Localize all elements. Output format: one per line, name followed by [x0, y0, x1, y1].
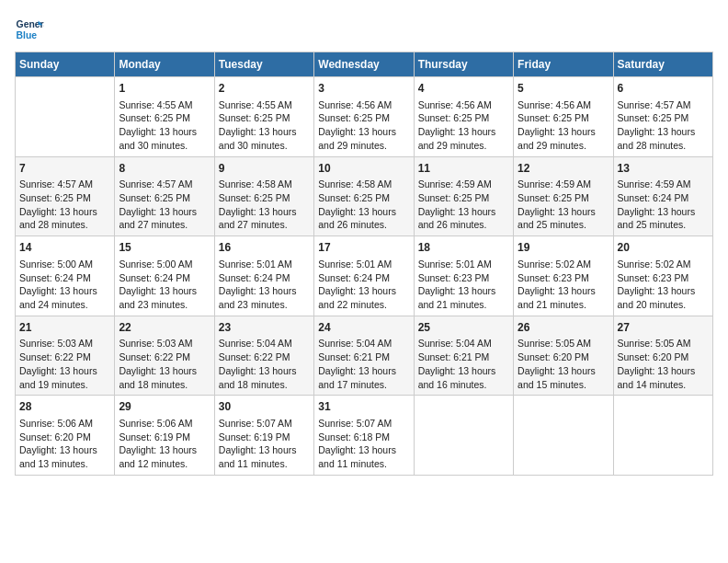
- day-info: Sunrise: 4:56 AM Sunset: 6:25 PM Dayligh…: [418, 98, 509, 153]
- day-number: 21: [19, 320, 110, 336]
- calendar-cell: 12Sunrise: 4:59 AM Sunset: 6:25 PM Dayli…: [514, 156, 613, 236]
- calendar-cell: 5Sunrise: 4:56 AM Sunset: 6:25 PM Daylig…: [514, 77, 613, 157]
- header-cell-monday: Monday: [115, 52, 214, 77]
- day-info: Sunrise: 5:00 AM Sunset: 6:24 PM Dayligh…: [119, 258, 210, 312]
- day-info: Sunrise: 5:07 AM Sunset: 6:18 PM Dayligh…: [318, 417, 409, 471]
- day-info: Sunrise: 5:04 AM Sunset: 6:21 PM Dayligh…: [418, 337, 509, 391]
- day-info: Sunrise: 4:55 AM Sunset: 6:25 PM Dayligh…: [119, 98, 210, 153]
- day-info: Sunrise: 5:04 AM Sunset: 6:22 PM Dayligh…: [219, 337, 310, 391]
- calendar-cell: 17Sunrise: 5:01 AM Sunset: 6:24 PM Dayli…: [314, 236, 414, 316]
- calendar-cell: [414, 396, 513, 476]
- week-row-2: 7Sunrise: 4:57 AM Sunset: 6:25 PM Daylig…: [16, 156, 713, 236]
- day-info: Sunrise: 5:01 AM Sunset: 6:24 PM Dayligh…: [219, 258, 310, 312]
- week-row-5: 28Sunrise: 5:06 AM Sunset: 6:20 PM Dayli…: [16, 396, 713, 476]
- calendar-cell: [613, 396, 712, 476]
- svg-text:Blue: Blue: [17, 30, 38, 40]
- day-info: Sunrise: 5:01 AM Sunset: 6:24 PM Dayligh…: [318, 258, 409, 312]
- calendar-cell: [16, 77, 115, 157]
- day-info: Sunrise: 5:01 AM Sunset: 6:23 PM Dayligh…: [418, 258, 509, 312]
- day-number: 26: [518, 320, 609, 336]
- calendar-cell: 3Sunrise: 4:56 AM Sunset: 6:25 PM Daylig…: [314, 77, 414, 157]
- calendar-table: SundayMondayTuesdayWednesdayThursdayFrid…: [15, 52, 713, 476]
- week-row-1: 1Sunrise: 4:55 AM Sunset: 6:25 PM Daylig…: [16, 77, 713, 157]
- calendar-cell: 10Sunrise: 4:58 AM Sunset: 6:25 PM Dayli…: [314, 156, 414, 236]
- day-number: 17: [318, 240, 409, 256]
- day-info: Sunrise: 5:00 AM Sunset: 6:24 PM Dayligh…: [19, 258, 110, 312]
- day-number: 14: [19, 240, 110, 256]
- week-row-4: 21Sunrise: 5:03 AM Sunset: 6:22 PM Dayli…: [16, 316, 713, 396]
- day-number: 2: [219, 81, 310, 97]
- header-cell-tuesday: Tuesday: [214, 52, 313, 77]
- header-cell-thursday: Thursday: [414, 52, 513, 77]
- day-number: 7: [19, 161, 110, 177]
- day-number: 30: [219, 399, 310, 415]
- day-number: 25: [418, 320, 509, 336]
- calendar-cell: 29Sunrise: 5:06 AM Sunset: 6:19 PM Dayli…: [115, 396, 214, 476]
- day-info: Sunrise: 5:06 AM Sunset: 6:19 PM Dayligh…: [119, 417, 210, 471]
- header-cell-friday: Friday: [514, 52, 613, 77]
- day-number: 27: [618, 320, 709, 336]
- day-number: 9: [219, 161, 310, 177]
- day-info: Sunrise: 5:05 AM Sunset: 6:20 PM Dayligh…: [518, 337, 609, 391]
- calendar-cell: 30Sunrise: 5:07 AM Sunset: 6:19 PM Dayli…: [214, 396, 313, 476]
- day-number: 1: [119, 81, 210, 97]
- day-number: 19: [518, 240, 609, 256]
- calendar-cell: 9Sunrise: 4:58 AM Sunset: 6:25 PM Daylig…: [214, 156, 313, 236]
- day-number: 23: [219, 320, 310, 336]
- day-number: 24: [318, 320, 409, 336]
- calendar-cell: 8Sunrise: 4:57 AM Sunset: 6:25 PM Daylig…: [115, 156, 214, 236]
- day-info: Sunrise: 4:58 AM Sunset: 6:25 PM Dayligh…: [219, 178, 310, 232]
- day-info: Sunrise: 5:03 AM Sunset: 6:22 PM Dayligh…: [19, 337, 110, 391]
- day-number: 4: [418, 81, 509, 97]
- day-info: Sunrise: 5:06 AM Sunset: 6:20 PM Dayligh…: [19, 417, 110, 471]
- day-number: 22: [119, 320, 210, 336]
- day-number: 12: [518, 161, 609, 177]
- day-info: Sunrise: 4:57 AM Sunset: 6:25 PM Dayligh…: [19, 178, 110, 232]
- calendar-cell: 28Sunrise: 5:06 AM Sunset: 6:20 PM Dayli…: [16, 396, 115, 476]
- calendar-cell: 22Sunrise: 5:03 AM Sunset: 6:22 PM Dayli…: [115, 316, 214, 396]
- day-number: 29: [119, 399, 210, 415]
- calendar-cell: 25Sunrise: 5:04 AM Sunset: 6:21 PM Dayli…: [414, 316, 513, 396]
- day-number: 5: [518, 81, 609, 97]
- calendar-cell: 26Sunrise: 5:05 AM Sunset: 6:20 PM Dayli…: [514, 316, 613, 396]
- calendar-cell: 23Sunrise: 5:04 AM Sunset: 6:22 PM Dayli…: [214, 316, 313, 396]
- day-info: Sunrise: 4:57 AM Sunset: 6:25 PM Dayligh…: [119, 178, 210, 232]
- calendar-cell: 14Sunrise: 5:00 AM Sunset: 6:24 PM Dayli…: [16, 236, 115, 316]
- day-number: 20: [618, 240, 709, 256]
- logo: General Blue: [15, 15, 44, 44]
- day-number: 16: [219, 240, 310, 256]
- day-number: 8: [119, 161, 210, 177]
- day-info: Sunrise: 4:56 AM Sunset: 6:25 PM Dayligh…: [318, 98, 409, 153]
- header-cell-sunday: Sunday: [16, 52, 115, 77]
- calendar-header-row: SundayMondayTuesdayWednesdayThursdayFrid…: [16, 52, 713, 77]
- calendar-cell: 21Sunrise: 5:03 AM Sunset: 6:22 PM Dayli…: [16, 316, 115, 396]
- header-cell-saturday: Saturday: [613, 52, 712, 77]
- day-number: 3: [318, 81, 409, 97]
- calendar-cell: 7Sunrise: 4:57 AM Sunset: 6:25 PM Daylig…: [16, 156, 115, 236]
- day-number: 6: [618, 81, 709, 97]
- calendar-cell: 13Sunrise: 4:59 AM Sunset: 6:24 PM Dayli…: [613, 156, 712, 236]
- day-info: Sunrise: 5:02 AM Sunset: 6:23 PM Dayligh…: [518, 258, 609, 312]
- calendar-cell: 16Sunrise: 5:01 AM Sunset: 6:24 PM Dayli…: [214, 236, 313, 316]
- calendar-cell: 20Sunrise: 5:02 AM Sunset: 6:23 PM Dayli…: [613, 236, 712, 316]
- calendar-cell: 27Sunrise: 5:05 AM Sunset: 6:20 PM Dayli…: [613, 316, 712, 396]
- week-row-3: 14Sunrise: 5:00 AM Sunset: 6:24 PM Dayli…: [16, 236, 713, 316]
- calendar-cell: 4Sunrise: 4:56 AM Sunset: 6:25 PM Daylig…: [414, 77, 513, 157]
- day-number: 11: [418, 161, 509, 177]
- calendar-cell: 19Sunrise: 5:02 AM Sunset: 6:23 PM Dayli…: [514, 236, 613, 316]
- day-info: Sunrise: 5:07 AM Sunset: 6:19 PM Dayligh…: [219, 417, 310, 471]
- day-info: Sunrise: 4:56 AM Sunset: 6:25 PM Dayligh…: [518, 98, 609, 153]
- calendar-cell: 31Sunrise: 5:07 AM Sunset: 6:18 PM Dayli…: [314, 396, 414, 476]
- day-number: 15: [119, 240, 210, 256]
- calendar-cell: 2Sunrise: 4:55 AM Sunset: 6:25 PM Daylig…: [214, 77, 313, 157]
- header: General Blue: [15, 15, 713, 44]
- day-info: Sunrise: 4:59 AM Sunset: 6:24 PM Dayligh…: [618, 178, 709, 232]
- day-info: Sunrise: 5:04 AM Sunset: 6:21 PM Dayligh…: [318, 337, 409, 391]
- calendar-cell: 1Sunrise: 4:55 AM Sunset: 6:25 PM Daylig…: [115, 77, 214, 157]
- day-info: Sunrise: 4:55 AM Sunset: 6:25 PM Dayligh…: [219, 98, 310, 153]
- day-info: Sunrise: 4:59 AM Sunset: 6:25 PM Dayligh…: [418, 178, 509, 232]
- day-number: 13: [618, 161, 709, 177]
- day-info: Sunrise: 4:59 AM Sunset: 6:25 PM Dayligh…: [518, 178, 609, 232]
- day-number: 31: [318, 399, 409, 415]
- day-number: 28: [19, 399, 110, 415]
